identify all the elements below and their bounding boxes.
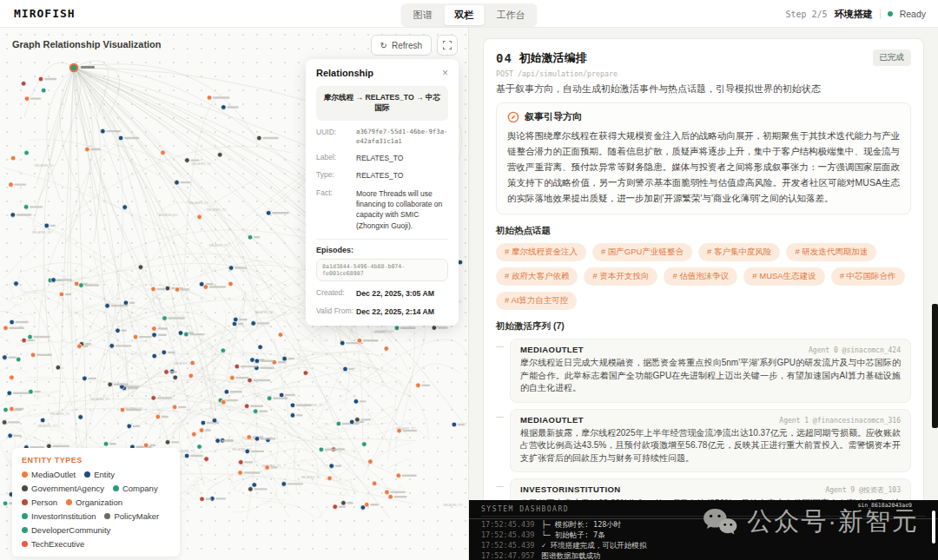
- graph-node[interactable]: [327, 476, 333, 481]
- graph-node[interactable]: [162, 316, 168, 321]
- page-scrollbar-thumb[interactable]: [932, 304, 938, 428]
- tab-1[interactable]: 图谱: [403, 5, 443, 25]
- topic-tag[interactable]: # 中芯国际合作: [831, 267, 905, 286]
- graph-node[interactable]: [254, 437, 260, 442]
- graph-node[interactable]: [353, 399, 359, 405]
- graph-node[interactable]: [257, 135, 262, 141]
- graph-node[interactable]: [3, 326, 9, 331]
- graph-node[interactable]: [221, 105, 227, 110]
- graph-node[interactable]: [372, 481, 377, 486]
- graph-node[interactable]: [185, 158, 190, 163]
- graph-node[interactable]: [3, 501, 8, 506]
- graph-node[interactable]: [77, 344, 83, 349]
- graph-node[interactable]: [51, 278, 56, 283]
- graph-node[interactable]: [24, 96, 30, 102]
- graph-node[interactable]: [41, 88, 46, 93]
- graph-node[interactable]: [175, 180, 180, 185]
- graph-node[interactable]: [247, 435, 252, 440]
- graph-node[interactable]: [138, 265, 143, 270]
- graph-node[interactable]: [362, 442, 367, 447]
- graph-node[interactable]: [155, 414, 161, 419]
- topic-tag[interactable]: # 估值泡沫争议: [664, 267, 737, 286]
- graph-node[interactable]: [10, 320, 15, 325]
- graph-node[interactable]: [120, 407, 125, 412]
- terminal-scrollbar[interactable]: [932, 511, 935, 544]
- topic-tag[interactable]: # 研发迭代周期加速: [786, 243, 876, 261]
- graph-node[interactable]: [282, 356, 287, 361]
- graph-node[interactable]: [10, 155, 16, 161]
- graph-node[interactable]: [224, 390, 229, 395]
- topic-tag[interactable]: # MUSA生态建设: [743, 267, 824, 286]
- graph-node[interactable]: [204, 457, 209, 462]
- graph-node[interactable]: [333, 504, 338, 510]
- graph-node[interactable]: [221, 399, 227, 405]
- graph-node[interactable]: [319, 447, 324, 452]
- graph-node[interactable]: [143, 443, 149, 448]
- graph-node[interactable]: [8, 433, 13, 438]
- graph-node[interactable]: [357, 338, 362, 343]
- graph-node[interactable]: [85, 147, 90, 152]
- graph-node[interactable]: [152, 326, 157, 332]
- graph-node[interactable]: [355, 418, 360, 423]
- graph-node[interactable]: [178, 331, 183, 336]
- graph-node[interactable]: [290, 403, 295, 408]
- graph-node[interactable]: [28, 334, 33, 339]
- graph-node[interactable]: [16, 357, 21, 362]
- graph-node[interactable]: [267, 396, 272, 401]
- graph-node[interactable]: [221, 348, 226, 353]
- graph-node[interactable]: [290, 413, 295, 418]
- graph-node[interactable]: [343, 366, 348, 372]
- graph-node[interactable]: [172, 405, 177, 410]
- graph-node[interactable]: [10, 213, 16, 218]
- graph-node[interactable]: [385, 490, 390, 495]
- graph-node[interactable]: [245, 449, 250, 454]
- graph-node[interactable]: [103, 441, 109, 446]
- graph-node[interactable]: [21, 81, 26, 86]
- graph-node[interactable]: [252, 483, 257, 488]
- tab-2[interactable]: 双栏: [445, 5, 485, 25]
- graph-node[interactable]: [9, 182, 14, 188]
- graph-node[interactable]: [207, 96, 212, 101]
- graph-node[interactable]: [384, 346, 389, 352]
- graph-node[interactable]: [22, 338, 27, 343]
- graph-node[interactable]: [254, 359, 260, 364]
- graph-node[interactable]: [188, 373, 194, 379]
- graph-node[interactable]: [233, 317, 238, 322]
- graph-node[interactable]: [123, 300, 129, 306]
- refresh-button[interactable]: ↻ Refresh: [371, 35, 432, 56]
- graph-node[interactable]: [230, 375, 235, 380]
- graph-node[interactable]: [151, 287, 156, 292]
- graph-node[interactable]: [197, 445, 202, 450]
- graph-node[interactable]: [416, 383, 421, 388]
- graph-node[interactable]: [38, 76, 43, 82]
- selected-graph-node[interactable]: [70, 64, 77, 71]
- graph-node[interactable]: [340, 340, 345, 346]
- graph-node[interactable]: [278, 333, 283, 338]
- graph-node[interactable]: [360, 505, 366, 511]
- graph-node[interactable]: [234, 364, 240, 369]
- topic-tag[interactable]: # 国产GPU产业链整合: [592, 243, 692, 261]
- graph-node[interactable]: [133, 334, 138, 339]
- graph-node[interactable]: [329, 464, 334, 469]
- sequence-card[interactable]: MEDIAOUTLETAgent 1 @financesinacomcn_316…: [510, 409, 911, 473]
- graph-node[interactable]: [118, 135, 123, 141]
- graph-node[interactable]: [201, 420, 206, 425]
- topic-tag[interactable]: # 政府大客户依赖: [496, 267, 578, 286]
- graph-node[interactable]: [23, 205, 29, 210]
- graph-node[interactable]: [44, 223, 50, 228]
- graph-node[interactable]: [248, 235, 253, 240]
- graph-node[interactable]: [173, 375, 178, 380]
- graph-node[interactable]: [336, 421, 341, 426]
- graph-node[interactable]: [281, 482, 287, 487]
- close-icon[interactable]: ×: [442, 68, 448, 78]
- graph-node[interactable]: [59, 292, 64, 297]
- graph-node[interactable]: [74, 281, 79, 287]
- graph-node[interactable]: [2, 420, 7, 425]
- graph-node[interactable]: [165, 440, 170, 445]
- graph-node[interactable]: [101, 128, 106, 134]
- graph-node[interactable]: [109, 344, 115, 349]
- graph-node[interactable]: [212, 418, 217, 424]
- graph-node[interactable]: [238, 460, 243, 465]
- graph-node[interactable]: [175, 287, 180, 293]
- graph-node[interactable]: [279, 392, 284, 398]
